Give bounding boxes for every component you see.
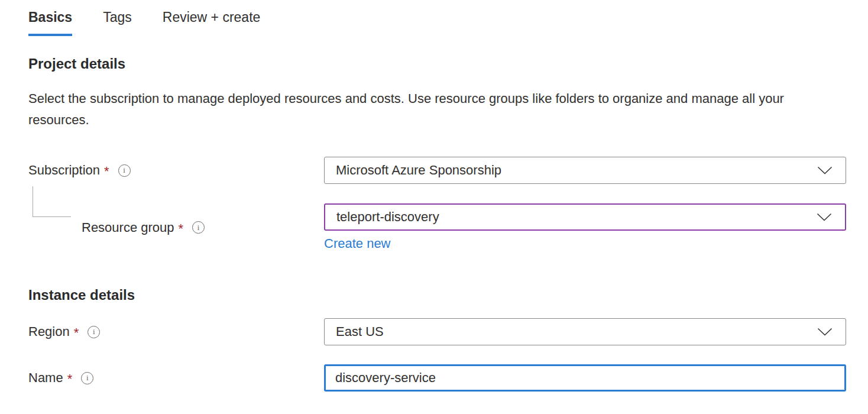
- name-label: Name: [28, 370, 63, 386]
- project-details-heading: Project details: [28, 56, 846, 72]
- subscription-value: Microsoft Azure Sponsorship: [336, 163, 817, 178]
- region-dropdown[interactable]: East US: [324, 318, 846, 345]
- info-icon[interactable]: i: [192, 221, 205, 234]
- region-value: East US: [336, 324, 817, 339]
- required-asterisk: *: [67, 371, 73, 387]
- instance-details-heading: Instance details: [28, 287, 846, 303]
- region-label: Region: [28, 324, 70, 339]
- resource-group-dropdown[interactable]: teleport-discovery: [324, 203, 846, 231]
- info-icon[interactable]: i: [81, 372, 93, 384]
- tab-tags[interactable]: Tags: [103, 8, 132, 36]
- project-details-description: Select the subscription to manage deploy…: [28, 88, 815, 131]
- resource-group-label: Resource group: [82, 220, 174, 235]
- create-resource-form: Basics Tags Review + create Project deta…: [0, 0, 868, 414]
- subscription-label: Subscription: [28, 163, 100, 178]
- required-asterisk: *: [74, 325, 79, 341]
- required-asterisk: *: [179, 221, 184, 237]
- subscription-dropdown[interactable]: Microsoft Azure Sponsorship: [324, 157, 846, 184]
- required-asterisk: *: [104, 164, 109, 179]
- hierarchy-connector-line: [33, 186, 71, 217]
- resource-group-value: teleport-discovery: [336, 209, 817, 225]
- info-icon[interactable]: i: [88, 326, 100, 338]
- resource-group-row: Resource group * i teleport-discovery Cr…: [28, 203, 846, 251]
- name-row: Name * i: [28, 364, 846, 392]
- name-input[interactable]: [324, 364, 846, 392]
- tab-strip: Basics Tags Review + create: [28, 8, 846, 36]
- subscription-row: Subscription * i Microsoft Azure Sponsor…: [28, 157, 846, 184]
- tab-basics[interactable]: Basics: [28, 8, 72, 36]
- region-row: Region * i East US: [28, 318, 846, 345]
- info-icon[interactable]: i: [118, 164, 131, 177]
- chevron-down-icon: [817, 328, 833, 337]
- chevron-down-icon: [817, 213, 832, 222]
- tab-review-create[interactable]: Review + create: [163, 8, 261, 36]
- chevron-down-icon: [817, 166, 833, 175]
- create-new-link[interactable]: Create new: [324, 236, 391, 251]
